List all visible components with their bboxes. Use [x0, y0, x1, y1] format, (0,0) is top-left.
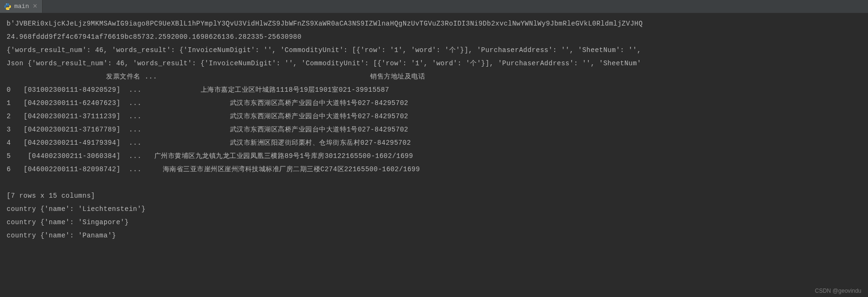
row-filename: [031002300111-84920529]: [15, 83, 121, 96]
row-ellipsis: ...: [121, 96, 230, 110]
table-row: 4 [042002300211-49179394] ... 武汉市新洲区阳逻街邱…: [7, 136, 866, 149]
table-row: 0 [031002300111-84920529] ... 上海市嘉定工业区叶城…: [7, 83, 866, 96]
output-line: 24.968fddd9f2f4c67941af76619bc85732.2592…: [7, 30, 866, 44]
row-filename: [042002300211-49179394]: [15, 136, 121, 149]
country-line: country {'name': 'Panama'}: [7, 229, 866, 242]
row-address: 上海市嘉定工业区叶城路1118号19层1901室021-39915587: [201, 83, 390, 96]
column-header-address: 销售方地址及电话: [157, 70, 425, 83]
svg-point-1: [9, 9, 9, 9]
row-index: 6: [7, 163, 15, 176]
country-line: country {'name': 'Singapore'}: [7, 216, 866, 229]
console-output: b'JVBERi0xLjcKJeLjz9MKMSAwIG9iago8PC9UeX…: [0, 13, 868, 242]
row-address: 海南省三亚市崖州区崖州湾科技城标准厂房二期三楼C274区22165500-160…: [163, 163, 420, 176]
row-index: 0: [7, 83, 15, 96]
row-index: 2: [7, 110, 15, 123]
row-filename: [044002300211-3060384]: [15, 149, 121, 163]
output-line: b'JVBERi0xLjcKJeLjz9MKMSAwIG9iago8PC9UeX…: [7, 17, 866, 30]
row-filename: [042002300211-37111239]: [15, 110, 121, 123]
row-index: 5: [7, 149, 15, 163]
row-ellipsis: ...: [121, 110, 230, 123]
row-ellipsis: ...: [121, 136, 230, 149]
tab-main[interactable]: main ×: [0, 0, 43, 13]
table-row: 6 [046002200111-82098742] ... 海南省三亚市崖州区崖…: [7, 163, 866, 176]
output-line: Json {'words_result_num': 46, 'words_res…: [7, 57, 866, 70]
watermark: CSDN @geovindu: [815, 288, 861, 294]
row-filename: [042002300211-37167789]: [15, 123, 121, 136]
row-filename: [042002300111-62407623]: [15, 96, 121, 110]
country-line: country {'name': 'Liechtenstein'}: [7, 202, 866, 216]
summary-line: [7 rows x 15 columns]: [7, 189, 866, 202]
blank-line: [7, 176, 866, 189]
row-address: 武汉市新洲区阳逻街邱栗村、仓埠街东岳村027-84295702: [230, 136, 411, 149]
row-filename: [046002200111-82098742]: [15, 163, 121, 176]
svg-point-0: [6, 3, 7, 4]
python-icon: [4, 3, 11, 10]
row-index: 1: [7, 96, 15, 110]
row-ellipsis: ...: [121, 83, 201, 96]
table-row: 3 [042002300211-37167789] ... 武汉市东西湖区高桥产…: [7, 123, 866, 136]
row-address: 武汉市东西湖区高桥产业园台中大道特1号027-84295702: [230, 110, 408, 123]
table-row: 2 [042002300211-37111239] ... 武汉市东西湖区高桥产…: [7, 110, 866, 123]
row-address: 武汉市东西湖区高桥产业园台中大道特1号027-84295702: [230, 123, 408, 136]
row-index: 4: [7, 136, 15, 149]
close-icon[interactable]: ×: [32, 2, 38, 11]
row-ellipsis: ...: [121, 149, 154, 163]
table-header: 发票文件名 ... 销售方地址及电话: [7, 70, 866, 83]
row-ellipsis: ...: [121, 123, 230, 136]
output-line: {'words_result_num': 46, 'words_result':…: [7, 44, 866, 57]
tab-bar: main ×: [0, 0, 868, 13]
column-header-filename: 发票文件名 ...: [7, 70, 157, 83]
table-row: 1 [042002300111-62407623] ... 武汉市东西湖区高桥产…: [7, 96, 866, 110]
row-index: 3: [7, 123, 15, 136]
row-address: 广州市黄埔区九龙镇九龙工业园凤凰三横路89号1号库房30122165500-16…: [154, 149, 413, 163]
tab-label: main: [14, 3, 29, 10]
row-address: 武汉市东西湖区高桥产业园台中大道特1号027-84295702: [230, 96, 408, 110]
table-row: 5 [044002300211-3060384] ... 广州市黄埔区九龙镇九龙…: [7, 149, 866, 163]
row-ellipsis: ...: [121, 163, 163, 176]
